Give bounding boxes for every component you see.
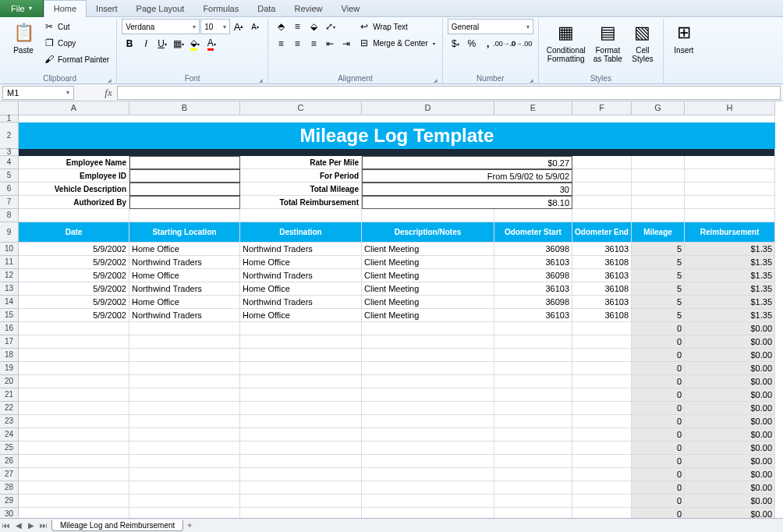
cell[interactable] bbox=[362, 455, 494, 468]
cell[interactable] bbox=[240, 322, 362, 335]
cell[interactable] bbox=[572, 322, 632, 335]
currency-button[interactable]: $▾ bbox=[448, 36, 463, 51]
number-format-combo[interactable]: General bbox=[448, 19, 533, 34]
empty-re-6[interactable]: $0.00 bbox=[685, 402, 775, 415]
data-oe-3[interactable]: 36108 bbox=[572, 282, 632, 296]
data-date-1[interactable]: 5/9/2002 bbox=[19, 256, 129, 269]
info-val-right-1[interactable]: From 5/9/02 to 5/9/02 bbox=[362, 169, 572, 183]
col-header-B[interactable]: B bbox=[129, 101, 240, 115]
data-re-2[interactable]: $1.35 bbox=[685, 269, 775, 282]
cell[interactable] bbox=[494, 415, 572, 428]
info-val-left-1[interactable] bbox=[129, 169, 240, 183]
info-val-right-0[interactable]: $0.27 bbox=[362, 156, 572, 169]
info-val-left-0[interactable] bbox=[129, 156, 240, 169]
empty-re-10[interactable]: $0.00 bbox=[685, 455, 775, 468]
table-header-0[interactable]: Date bbox=[19, 222, 129, 243]
info-label-left-0[interactable]: Employee Name bbox=[19, 156, 129, 169]
empty-re-12[interactable]: $0.00 bbox=[685, 481, 775, 495]
cell[interactable] bbox=[572, 495, 632, 508]
cell[interactable] bbox=[494, 375, 572, 388]
cell[interactable] bbox=[362, 335, 494, 349]
cell[interactable] bbox=[240, 495, 362, 508]
data-os-0[interactable]: 36098 bbox=[494, 243, 572, 256]
cell[interactable] bbox=[572, 209, 632, 222]
cell[interactable] bbox=[129, 362, 240, 375]
cell[interactable] bbox=[19, 322, 129, 335]
row-header-15[interactable]: 15 bbox=[0, 309, 19, 322]
insert-cells-button[interactable]: ⊞Insert bbox=[668, 19, 700, 56]
col-header-F[interactable]: F bbox=[572, 101, 632, 115]
row-header-14[interactable]: 14 bbox=[0, 296, 19, 309]
align-bottom-button[interactable]: ⬙ bbox=[306, 19, 321, 34]
data-start-0[interactable]: Home Office bbox=[129, 243, 240, 256]
cell[interactable] bbox=[240, 481, 362, 495]
row-header-4[interactable]: 4 bbox=[0, 156, 19, 169]
cell[interactable] bbox=[19, 428, 129, 442]
cell[interactable] bbox=[240, 455, 362, 468]
data-oe-5[interactable]: 36108 bbox=[572, 309, 632, 322]
info-val-left-3[interactable] bbox=[129, 196, 240, 209]
info-label-right-1[interactable]: For Period bbox=[240, 169, 362, 183]
data-date-3[interactable]: 5/9/2002 bbox=[19, 282, 129, 296]
tab-data[interactable]: Data bbox=[248, 0, 285, 17]
cell[interactable] bbox=[240, 375, 362, 388]
cell[interactable] bbox=[494, 495, 572, 508]
row-header-22[interactable]: 22 bbox=[0, 402, 19, 415]
cell[interactable] bbox=[19, 455, 129, 468]
data-desc-1[interactable]: Client Meeting bbox=[362, 256, 494, 269]
empty-re-9[interactable]: $0.00 bbox=[685, 442, 775, 455]
data-os-3[interactable]: 36103 bbox=[494, 282, 572, 296]
data-desc-0[interactable]: Client Meeting bbox=[362, 243, 494, 256]
indent-inc-button[interactable]: ⇥ bbox=[338, 36, 354, 51]
data-dest-2[interactable]: Northwind Traders bbox=[240, 269, 362, 282]
col-header-A[interactable]: A bbox=[19, 101, 129, 115]
align-center-button[interactable]: ≡ bbox=[289, 36, 305, 51]
data-re-3[interactable]: $1.35 bbox=[685, 282, 775, 296]
font-size-combo[interactable]: 10 bbox=[200, 19, 230, 34]
data-start-3[interactable]: Northwind Traders bbox=[129, 282, 240, 296]
align-top-button[interactable]: ⬘ bbox=[273, 19, 289, 34]
row-header-28[interactable]: 28 bbox=[0, 481, 19, 495]
cell[interactable] bbox=[19, 495, 129, 508]
row-header-29[interactable]: 29 bbox=[0, 495, 19, 508]
cell[interactable] bbox=[240, 349, 362, 362]
data-start-5[interactable]: Northwind Traders bbox=[129, 309, 240, 322]
empty-mi-12[interactable]: 0 bbox=[632, 481, 685, 495]
wrap-text-button[interactable]: ↩Wrap Text bbox=[356, 19, 438, 34]
data-os-2[interactable]: 36098 bbox=[494, 269, 572, 282]
data-mi-4[interactable]: 5 bbox=[632, 296, 685, 309]
table-header-7[interactable]: Reimbursement bbox=[685, 222, 775, 243]
dark-bar[interactable] bbox=[19, 149, 775, 156]
cell[interactable] bbox=[685, 156, 775, 169]
empty-mi-4[interactable]: 0 bbox=[632, 375, 685, 388]
row-header-6[interactable]: 6 bbox=[0, 183, 19, 196]
tab-view[interactable]: View bbox=[332, 0, 370, 17]
data-oe-2[interactable]: 36103 bbox=[572, 269, 632, 282]
cell[interactable] bbox=[362, 362, 494, 375]
cell[interactable] bbox=[685, 196, 775, 209]
cell[interactable] bbox=[632, 183, 685, 196]
cell[interactable] bbox=[494, 349, 572, 362]
cell[interactable] bbox=[572, 375, 632, 388]
row-header-3[interactable]: 3 bbox=[0, 149, 19, 156]
data-dest-5[interactable]: Home Office bbox=[240, 309, 362, 322]
cell[interactable] bbox=[572, 349, 632, 362]
cell[interactable] bbox=[572, 388, 632, 402]
cell[interactable] bbox=[632, 209, 685, 222]
data-os-5[interactable]: 36103 bbox=[494, 309, 572, 322]
cell[interactable] bbox=[240, 442, 362, 455]
merge-center-button[interactable]: ⊟Merge & Center▾ bbox=[356, 35, 438, 51]
empty-re-1[interactable]: $0.00 bbox=[685, 335, 775, 349]
empty-re-4[interactable]: $0.00 bbox=[685, 375, 775, 388]
info-label-right-3[interactable]: Total Reimbursement bbox=[240, 196, 362, 209]
row-header-24[interactable]: 24 bbox=[0, 428, 19, 442]
cell[interactable] bbox=[494, 335, 572, 349]
cell[interactable] bbox=[19, 481, 129, 495]
cell[interactable] bbox=[19, 335, 129, 349]
row-header-10[interactable]: 10 bbox=[0, 243, 19, 256]
sheet-tab-active[interactable]: Mileage Log and Reimbursement bbox=[51, 520, 183, 531]
table-header-1[interactable]: Starting Location bbox=[129, 222, 240, 243]
col-header-E[interactable]: E bbox=[494, 101, 572, 115]
copy-button[interactable]: ❐Copy bbox=[41, 35, 112, 51]
shrink-font-button[interactable]: A▾ bbox=[247, 19, 263, 34]
